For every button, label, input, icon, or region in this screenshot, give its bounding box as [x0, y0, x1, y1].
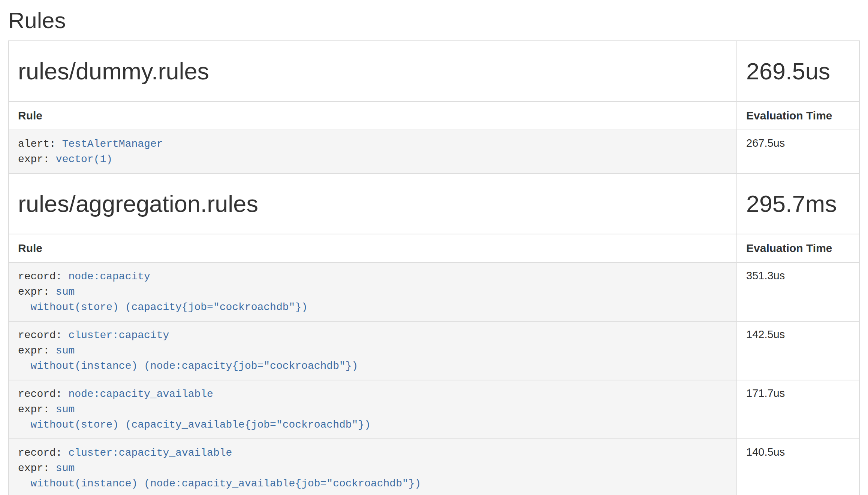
rule-link[interactable]: sum without(instance) (node:capacity{job…: [18, 345, 358, 372]
rule-code: record: node:capacity expr: sum without(…: [18, 266, 727, 318]
evaluation-time-cell: 142.5us: [737, 321, 859, 380]
rule-column-header: Rule: [9, 234, 737, 262]
rule-column-header: Rule: [9, 101, 737, 130]
rule-code: record: cluster:capacity_available expr:…: [18, 442, 727, 494]
rule-link[interactable]: node:capacity: [68, 271, 150, 282]
page-title: Rules: [8, 8, 860, 33]
rule-key: expr:: [18, 404, 49, 415]
rule-row: record: node:capacity expr: sum without(…: [9, 262, 859, 321]
rule-key: record:: [18, 388, 62, 400]
rule-row: alert: TestAlertManager expr: vector(1) …: [9, 130, 859, 173]
rule-key: record:: [18, 271, 62, 282]
rule-link[interactable]: vector(1): [56, 154, 112, 165]
evaluation-time-cell: 171.7us: [737, 380, 859, 439]
evaluation-time-cell: 267.5us: [737, 130, 859, 173]
rule-link[interactable]: node:capacity_available: [68, 388, 213, 400]
rule-key: expr:: [18, 345, 49, 356]
rule-link[interactable]: sum without(instance) (node:capacity_ava…: [18, 462, 421, 489]
evaluation-time-cell: 140.5us: [737, 439, 859, 495]
rule-code: alert: TestAlertManager expr: vector(1): [18, 133, 727, 170]
group-file-name: rules/dummy.rules: [18, 58, 727, 85]
group-name-cell: rules/dummy.rules: [9, 41, 737, 101]
group-evaluation-time: 269.5us: [746, 58, 850, 85]
rule-code: record: node:capacity_available expr: su…: [18, 383, 727, 435]
rule-row: record: cluster:capacity expr: sum witho…: [9, 321, 859, 380]
group-evaluation-time: 295.7ms: [746, 190, 850, 217]
rule-link[interactable]: sum without(store) (capacity_available{j…: [18, 404, 371, 431]
rule-link[interactable]: sum without(store) (capacity{job="cockro…: [18, 286, 308, 313]
column-header-row: RuleEvaluation Time: [9, 234, 859, 262]
rule-row: record: node:capacity_available expr: su…: [9, 380, 859, 439]
evaluation-time-cell: 351.3us: [737, 262, 859, 321]
rule-link[interactable]: cluster:capacity_available: [68, 447, 232, 459]
rule-code: record: cluster:capacity expr: sum witho…: [18, 325, 727, 377]
rule-cell: record: node:capacity expr: sum without(…: [9, 262, 737, 321]
evaluation-time-column-header: Evaluation Time: [737, 101, 859, 130]
rule-group-row: rules/dummy.rules269.5us: [9, 41, 859, 101]
rule-cell: alert: TestAlertManager expr: vector(1): [9, 130, 737, 173]
column-header-row: RuleEvaluation Time: [9, 101, 859, 130]
rule-row: record: cluster:capacity_available expr:…: [9, 439, 859, 495]
group-name-cell: rules/aggregation.rules: [9, 173, 737, 234]
rule-link[interactable]: TestAlertManager: [62, 138, 163, 150]
rule-group-row: rules/aggregation.rules295.7ms: [9, 173, 859, 234]
rule-key: expr:: [18, 462, 49, 474]
rule-key: expr:: [18, 154, 49, 165]
rule-key: expr:: [18, 286, 49, 298]
group-time-cell: 269.5us: [737, 41, 859, 101]
evaluation-time-column-header: Evaluation Time: [737, 234, 859, 262]
page-container: Rules rules/dummy.rules269.5usRuleEvalua…: [0, 8, 868, 495]
rule-link[interactable]: cluster:capacity: [68, 330, 169, 341]
group-file-name: rules/aggregation.rules: [18, 190, 727, 217]
group-time-cell: 295.7ms: [737, 173, 859, 234]
rule-cell: record: cluster:capacity expr: sum witho…: [9, 321, 737, 380]
rule-cell: record: node:capacity_available expr: su…: [9, 380, 737, 439]
rule-key: record:: [18, 330, 62, 341]
rule-key: record:: [18, 447, 62, 459]
rules-table: rules/dummy.rules269.5usRuleEvaluation T…: [8, 40, 860, 495]
rule-key: alert:: [18, 138, 56, 150]
rule-cell: record: cluster:capacity_available expr:…: [9, 439, 737, 495]
